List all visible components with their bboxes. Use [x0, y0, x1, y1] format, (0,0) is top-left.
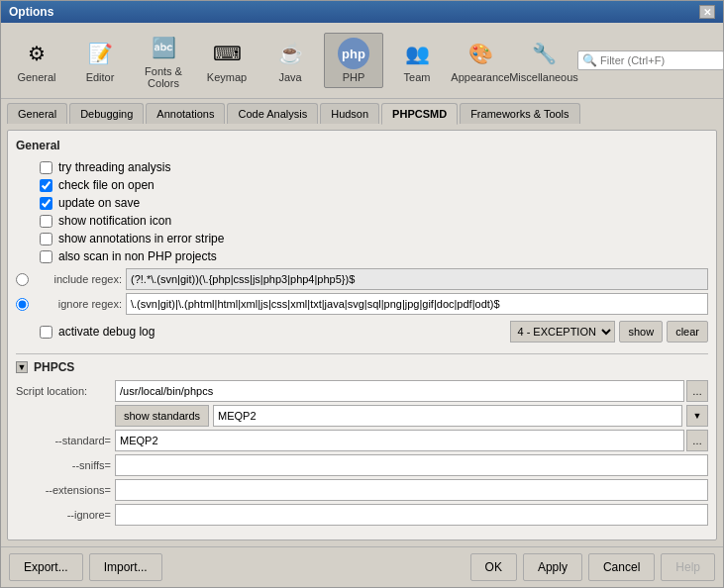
- show-button[interactable]: show: [619, 321, 663, 343]
- help-button[interactable]: Help: [661, 553, 715, 581]
- ignore-regex-input[interactable]: [126, 293, 708, 315]
- include-regex-label: include regex:: [33, 273, 122, 285]
- script-browse-button[interactable]: …: [686, 380, 708, 402]
- phpcs-header: ▼ PHPCS: [16, 360, 708, 374]
- editor-icon: 📝: [84, 38, 116, 69]
- toolbar: ⚙ General 📝 Editor 🔤 Fonts & Colors ⌨ Ke…: [1, 23, 723, 99]
- ok-button[interactable]: OK: [470, 553, 517, 581]
- show-standards-row: show standards ▼: [16, 405, 708, 427]
- toolbar-label-keymap: Keymap: [207, 71, 247, 83]
- content-area: General try threading analysis check fil…: [1, 124, 723, 546]
- java-icon: ☕: [274, 38, 306, 69]
- clear-button[interactable]: clear: [667, 321, 708, 343]
- search-icon: 🔍: [582, 53, 597, 67]
- tab-phpcsmd[interactable]: PHPCSMD: [381, 103, 458, 125]
- close-button[interactable]: ✕: [699, 5, 715, 19]
- ignore-regex-radio[interactable]: [16, 298, 29, 311]
- debug-log-label: activate debug log: [58, 325, 155, 339]
- ignore-param-row: --ignore=: [16, 504, 708, 526]
- try-threading-label: try threading analysis: [58, 160, 170, 174]
- search-box: 🔍: [577, 50, 724, 70]
- tab-frameworks-tools[interactable]: Frameworks & Tools: [460, 103, 579, 124]
- panel: General try threading analysis check fil…: [7, 130, 717, 540]
- script-location-input[interactable]: [115, 380, 684, 402]
- standards-value-input[interactable]: [213, 405, 682, 427]
- sniffs-param-row: --sniffs=: [16, 454, 708, 476]
- also-scan-checkbox[interactable]: [40, 250, 52, 263]
- standard-browse-button[interactable]: …: [686, 430, 708, 451]
- update-on-save-label: update on save: [58, 196, 140, 210]
- sniffs-input[interactable]: [115, 454, 708, 476]
- toolbar-item-php[interactable]: php PHP: [324, 33, 383, 88]
- show-notification-checkbox[interactable]: [40, 215, 52, 228]
- show-notification-label: show notification icon: [58, 214, 171, 228]
- tab-code-analysis[interactable]: Code Analysis: [227, 103, 318, 124]
- script-location-row: Script location: …: [16, 380, 708, 402]
- update-on-save-row: update on save: [16, 194, 708, 212]
- toolbar-label-editor: Editor: [86, 71, 115, 83]
- general-section-title: General: [16, 139, 708, 152]
- toolbar-item-keymap[interactable]: ⌨ Keymap: [197, 33, 257, 88]
- also-scan-row: also scan in non PHP projects: [16, 247, 708, 265]
- toolbar-item-java[interactable]: ☕ Java: [260, 33, 320, 88]
- apply-button[interactable]: Apply: [523, 553, 582, 581]
- footer: Export... Import... OK Apply Cancel Help: [1, 546, 723, 587]
- toolbar-item-appearance[interactable]: 🎨 Appearance: [451, 33, 510, 88]
- toolbar-item-general[interactable]: ⚙ General: [7, 33, 66, 88]
- tab-general[interactable]: General: [7, 103, 67, 124]
- keymap-icon: ⌨: [211, 38, 243, 69]
- tab-bar: General Debugging Annotations Code Analy…: [1, 99, 723, 124]
- show-standards-button[interactable]: show standards: [115, 405, 209, 427]
- toolbar-label-appearance: Appearance: [451, 71, 509, 83]
- show-annotations-checkbox[interactable]: [40, 233, 52, 245]
- toolbar-label-miscellaneous: Miscellaneous: [509, 71, 578, 83]
- ignore-input[interactable]: [115, 504, 708, 526]
- footer-right: OK Apply Cancel Help: [470, 553, 715, 581]
- tab-annotations[interactable]: Annotations: [146, 103, 225, 124]
- toolbar-item-editor[interactable]: 📝 Editor: [70, 33, 130, 88]
- also-scan-label: also scan in non PHP projects: [58, 249, 217, 263]
- php-icon: php: [338, 38, 369, 69]
- appearance-icon: 🎨: [465, 38, 496, 69]
- export-button[interactable]: Export...: [9, 553, 83, 581]
- standards-dropdown-button[interactable]: ▼: [686, 405, 708, 427]
- include-regex-radio[interactable]: [16, 273, 29, 286]
- include-regex-input[interactable]: [126, 268, 708, 290]
- toolbar-label-team: Team: [404, 71, 431, 83]
- import-button[interactable]: Import...: [89, 553, 162, 581]
- tab-hudson[interactable]: Hudson: [320, 103, 379, 124]
- dialog-title: Options: [9, 5, 53, 19]
- check-file-open-label: check file on open: [58, 178, 155, 192]
- standard-input[interactable]: [115, 430, 684, 451]
- check-file-open-checkbox[interactable]: [40, 179, 52, 192]
- toolbar-label-general: General: [17, 71, 55, 83]
- footer-left: Export... Import...: [9, 553, 162, 581]
- extensions-label: --extensions=: [16, 484, 115, 496]
- tab-debugging[interactable]: Debugging: [69, 103, 144, 124]
- toolbar-label-java: Java: [278, 71, 301, 83]
- phpcs-section: ▼ PHPCS Script location: … show standard…: [16, 353, 708, 526]
- debug-log-row: activate debug log 4 - EXCEPTION show cl…: [16, 318, 708, 345]
- try-threading-checkbox[interactable]: [40, 161, 52, 174]
- extensions-input[interactable]: [115, 479, 708, 501]
- extensions-param-row: --extensions=: [16, 479, 708, 501]
- include-regex-row: include regex:: [16, 268, 708, 290]
- toolbar-item-miscellaneous[interactable]: 🔧 Miscellaneous: [514, 33, 573, 88]
- toolbar-item-team[interactable]: 👥 Team: [387, 33, 447, 88]
- check-file-open-row: check file on open: [16, 176, 708, 194]
- general-icon: ⚙: [21, 38, 52, 69]
- team-icon: 👥: [401, 38, 433, 69]
- cancel-button[interactable]: Cancel: [588, 553, 655, 581]
- title-bar: Options ✕: [1, 1, 723, 23]
- show-annotations-row: show annotations in error stripe: [16, 230, 708, 247]
- options-dialog: Options ✕ ⚙ General 📝 Editor 🔤 Fonts & C…: [0, 0, 724, 588]
- search-input[interactable]: [600, 54, 719, 66]
- debug-log-checkbox[interactable]: [40, 326, 52, 339]
- update-on-save-checkbox[interactable]: [40, 197, 52, 210]
- collapse-phpcs-icon[interactable]: ▼: [16, 361, 28, 373]
- miscellaneous-icon: 🔧: [528, 38, 560, 69]
- toolbar-item-fonts-colors[interactable]: 🔤 Fonts & Colors: [134, 27, 193, 94]
- toolbar-label-fonts-colors: Fonts & Colors: [143, 65, 184, 89]
- debug-level-select[interactable]: 4 - EXCEPTION: [510, 321, 615, 343]
- fonts-colors-icon: 🔤: [148, 32, 179, 63]
